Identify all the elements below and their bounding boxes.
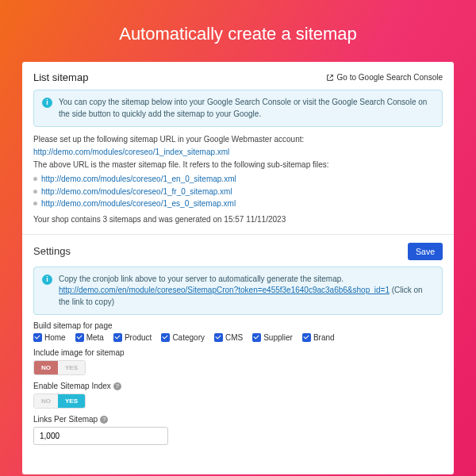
- links-per-input[interactable]: [33, 427, 168, 445]
- checkbox-icon: [302, 333, 311, 342]
- checkbox-icon: [161, 333, 170, 342]
- checkbox-icon: [113, 333, 122, 342]
- help-icon[interactable]: ?: [113, 382, 121, 390]
- cron-alert-body: Copy the cronjob link above to your serv…: [59, 274, 434, 309]
- check-cms[interactable]: CMS: [214, 333, 243, 342]
- checkbox-icon: [214, 333, 223, 342]
- checkbox-icon: [75, 333, 84, 342]
- sub-sitemap-intro: The above URL is the master sitemap file…: [33, 159, 443, 171]
- list-sitemap-header: List sitemap Go to Google Search Console: [33, 71, 443, 83]
- section-divider: [22, 234, 454, 235]
- checkbox-icon: [33, 333, 42, 342]
- check-product[interactable]: Product: [113, 333, 152, 342]
- sub-sitemap-link[interactable]: http://demo.com/modules/coreseo/1_en_0_s…: [41, 175, 236, 183]
- setup-instruction: Please set up the following sitemap URL …: [33, 133, 443, 146]
- settings-title: Settings: [33, 245, 71, 257]
- toggle-yes: Yes: [58, 361, 85, 374]
- build-sitemap-label: Build sitemap for page: [33, 321, 443, 330]
- toggle-no: No: [34, 394, 58, 408]
- enable-index-toggle[interactable]: No Yes: [33, 393, 86, 409]
- cron-alert-pre: Copy the cronjob link above to your serv…: [59, 274, 344, 283]
- cron-info-alert: i Copy the cronjob link above to your se…: [33, 267, 443, 316]
- list-sitemap-title: List sitemap: [33, 71, 88, 83]
- check-supplier[interactable]: Supplier: [252, 333, 293, 342]
- cron-url-link[interactable]: http://demo.com/en/module/coreseo/Sitema…: [59, 286, 390, 294]
- check-brand[interactable]: Brand: [302, 333, 335, 342]
- info-icon: i: [42, 274, 52, 285]
- main-panel: List sitemap Go to Google Search Console…: [22, 62, 454, 474]
- build-sitemap-checks: Home Meta Product Category CMS Supplier …: [33, 333, 443, 342]
- info-icon: i: [42, 98, 52, 108]
- help-icon[interactable]: ?: [100, 416, 108, 424]
- sub-sitemap-link[interactable]: http://demo.com/modules/coreseo/1_fr_0_s…: [41, 187, 232, 196]
- sub-sitemap-link[interactable]: http://demo.com/modules/coreseo/1_es_0_s…: [41, 199, 236, 208]
- save-button[interactable]: Save: [408, 243, 443, 260]
- enable-index-label: Enable Sitemap Index ?: [33, 382, 443, 390]
- sitemap-summary: Your shop contains 3 sitemaps and was ge…: [33, 213, 443, 226]
- gsc-info-alert: i You can copy the sitemap below into yo…: [33, 90, 443, 127]
- toggle-yes: Yes: [58, 394, 85, 408]
- check-home[interactable]: Home: [33, 333, 66, 342]
- check-category[interactable]: Category: [161, 333, 205, 342]
- gsc-link-label: Go to Google Search Console: [337, 73, 443, 82]
- include-image-toggle[interactable]: No Yes: [33, 360, 86, 375]
- check-meta[interactable]: Meta: [75, 333, 104, 342]
- gsc-alert-text: You can copy the sitemap below into your…: [59, 97, 434, 120]
- master-sitemap-link[interactable]: http://demo.com/modules/coreseo/1_index_…: [33, 148, 229, 156]
- go-to-gsc-link[interactable]: Go to Google Search Console: [326, 73, 443, 82]
- toggle-no: No: [34, 361, 58, 374]
- settings-header: Settings Save: [33, 243, 443, 260]
- checkbox-icon: [252, 333, 261, 342]
- page-title: Automatically create a sitemap: [0, 0, 476, 62]
- links-per-label: Links Per Sitemap ?: [33, 415, 443, 424]
- include-image-label: Include image for sitemap: [33, 348, 443, 357]
- sub-sitemap-list: http://demo.com/modules/coreseo/1_en_0_s…: [33, 173, 443, 210]
- external-link-icon: [326, 74, 334, 82]
